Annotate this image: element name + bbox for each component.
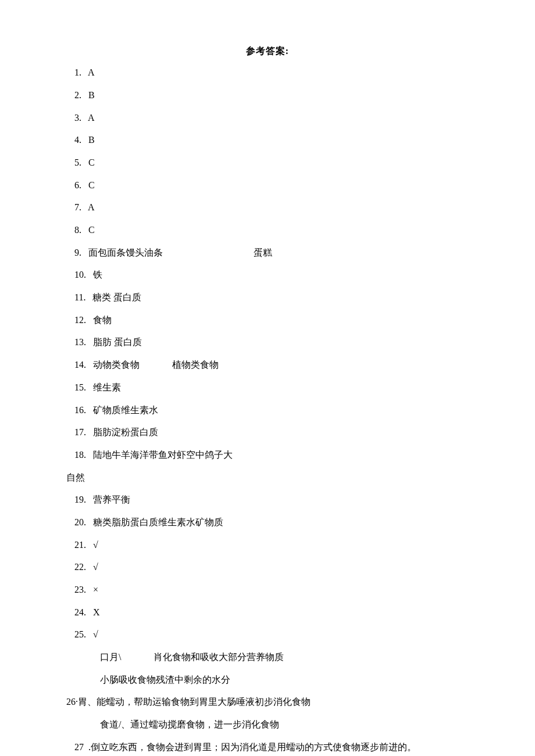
- answer-25: 25. √: [74, 628, 461, 641]
- answer-27: 27 .倒立吃东西，食物会进到胃里；因为消化道是用蠕动的方式使食物逐步前进的。: [74, 740, 461, 754]
- answer-16: 16. 矿物质维生素水: [74, 403, 461, 417]
- answer-1: 1. A: [74, 66, 461, 79]
- answer-15: 15. 维生素: [74, 381, 461, 394]
- answer-22: 22. √: [74, 560, 461, 574]
- answer-2: 2. B: [74, 88, 461, 102]
- answer-12: 12. 食物: [74, 313, 461, 327]
- answer-5: 5. C: [74, 156, 461, 169]
- answer-10: 10. 铁: [74, 268, 461, 281]
- answer-24: 24. X: [74, 605, 461, 619]
- answer-23: 23. ×: [74, 583, 461, 596]
- answer-21: 21. √: [74, 538, 461, 551]
- answer-3: 3. A: [74, 111, 461, 124]
- page-title: 参考答案:: [74, 44, 461, 58]
- answer-26-line-a: 口月\ 肖化食物和吸收大部分营养物质: [100, 650, 461, 664]
- answer-key-page: 参考答案: 1. A 2. B 3. A 4. B 5. C 6. C 7. A…: [0, 0, 535, 756]
- answer-18: 18. 陆地牛羊海洋带鱼对虾空中鸽子大: [74, 448, 461, 461]
- answer-13: 13. 脂肪 蛋白质: [74, 335, 461, 349]
- answer-26-line-d: 食道/、通过蠕动搅磨食物，进一步消化食物: [100, 718, 461, 731]
- answer-19: 19. 营养平衡: [74, 493, 461, 506]
- answer-26-line-b: 小肠吸收食物残渣中剩余的水分: [100, 673, 461, 686]
- answer-11: 11. 糖类 蛋白质: [74, 291, 461, 304]
- answer-20: 20. 糖类脂肪蛋白质维生素水矿物质: [74, 515, 461, 529]
- answer-4: 4. B: [74, 133, 461, 146]
- answer-8: 8. C: [74, 223, 461, 237]
- answer-14: 14. 动物类食物 植物类食物: [74, 358, 461, 371]
- answer-9: 9. 面包面条馒头油条 蛋糕: [74, 246, 461, 259]
- answer-6: 6. C: [74, 178, 461, 192]
- answer-7: 7. A: [74, 200, 461, 214]
- answer-18-cont: 自然: [66, 471, 461, 484]
- answer-26-line-c: 26·胃、能蠕动，帮助运输食物到胃里大肠唾液初步消化食物: [66, 695, 461, 708]
- answer-17: 17. 脂肪淀粉蛋白质: [74, 425, 461, 439]
